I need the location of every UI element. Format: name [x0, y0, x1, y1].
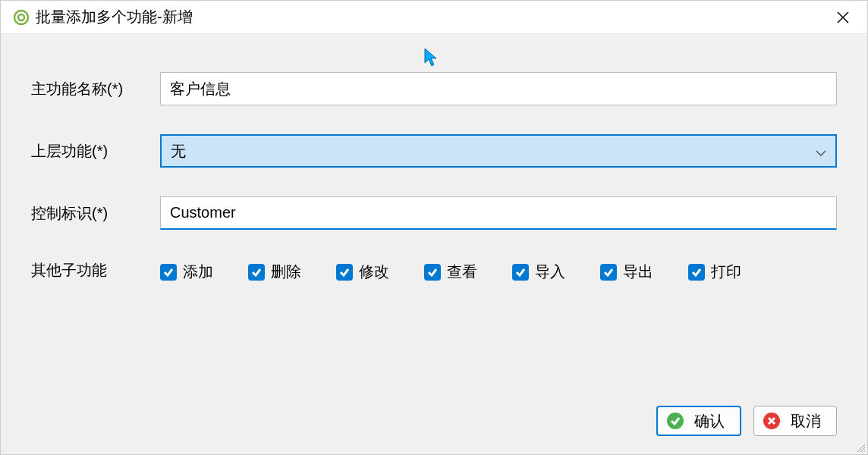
dialog-content: 主功能名称(*) 上层功能(*) 无 控制标识(*) [1, 34, 867, 454]
svg-line-8 [863, 450, 865, 452]
chevron-down-icon [816, 143, 826, 160]
checkbox-item[interactable]: 修改 [336, 262, 389, 282]
sub-functions-group: 添加删除修改查看导入导出打印 [160, 259, 837, 282]
checkbox-item[interactable]: 打印 [688, 262, 741, 282]
cursor-icon [424, 48, 439, 71]
checkbox-item[interactable]: 查看 [424, 262, 477, 282]
checkbox-item[interactable]: 导入 [512, 262, 565, 282]
checkbox-label: 修改 [359, 262, 389, 282]
checkbox-icon [600, 264, 617, 281]
checkbox-label: 导出 [623, 262, 653, 282]
checkbox-icon [160, 264, 177, 281]
ok-button[interactable]: 确认 [656, 406, 741, 436]
cancel-button[interactable]: 取消 [753, 406, 837, 436]
checkbox-item[interactable]: 删除 [248, 262, 301, 282]
dialog-window: 批量添加多个功能-新增 主功能名称(*) 上层功能(*) 无 [0, 0, 868, 455]
checkbox-label: 添加 [183, 262, 213, 282]
svg-point-1 [18, 14, 24, 20]
svg-point-0 [14, 11, 28, 24]
checkbox-label: 打印 [711, 262, 741, 282]
app-icon [13, 9, 30, 26]
checkbox-label: 导入 [535, 262, 565, 282]
checkbox-item[interactable]: 导出 [600, 262, 653, 282]
parent-function-label: 上层功能(*) [31, 141, 160, 162]
checkbox-icon [688, 264, 705, 281]
checkbox-icon [512, 264, 529, 281]
main-name-input[interactable] [160, 72, 837, 105]
sub-functions-label: 其他子功能 [31, 260, 160, 281]
close-button[interactable] [831, 5, 855, 30]
control-id-input[interactable] [160, 196, 837, 230]
checkbox-icon [336, 264, 353, 281]
check-icon [667, 413, 684, 429]
checkbox-item[interactable]: 添加 [160, 262, 213, 282]
checkbox-label: 查看 [447, 262, 477, 282]
checkbox-icon [248, 264, 265, 281]
window-title: 批量添加多个功能-新增 [36, 7, 831, 27]
resize-grip-icon[interactable] [855, 442, 866, 453]
ok-button-label: 确认 [694, 411, 725, 431]
parent-function-value: 无 [171, 141, 186, 162]
cross-icon [763, 413, 780, 429]
main-name-label: 主功能名称(*) [31, 79, 160, 99]
checkbox-icon [424, 264, 441, 281]
checkbox-label: 删除 [271, 262, 301, 282]
dialog-footer: 确认 取消 [656, 406, 837, 436]
cancel-button-label: 取消 [791, 411, 821, 431]
titlebar: 批量添加多个功能-新增 [1, 1, 867, 34]
parent-function-dropdown[interactable]: 无 [160, 134, 837, 168]
control-id-label: 控制标识(*) [31, 203, 160, 224]
